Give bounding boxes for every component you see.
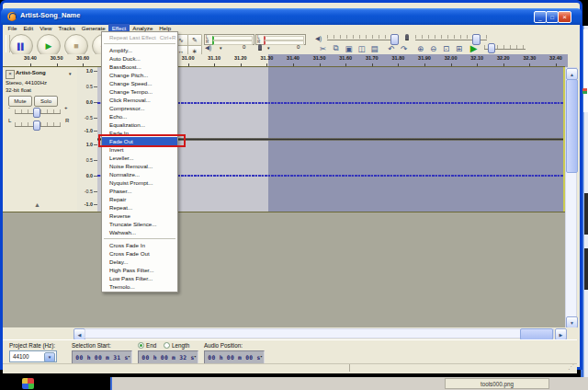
chevron-down-icon[interactable]: ▼: [219, 46, 222, 51]
zoom-in-button[interactable]: ⊕: [414, 42, 426, 54]
taskbar-file-label: tools000.png: [481, 381, 514, 387]
menu-item-wahwah[interactable]: Wahwah...: [102, 228, 177, 236]
menu-item-high-pass-filter[interactable]: High Pass Filter...: [102, 266, 177, 274]
redo-button[interactable]: ↷: [398, 42, 410, 54]
undo-button[interactable]: ↶: [385, 42, 397, 54]
menu-item-echo[interactable]: Echo...: [102, 112, 177, 120]
menu-item-truncate-silence[interactable]: Truncate Silence...: [102, 220, 177, 228]
pan-thumb[interactable]: [33, 120, 40, 131]
ruler-label: 31.40: [280, 55, 306, 61]
menu-item-label: Repair: [109, 195, 126, 203]
menu-item-compressor[interactable]: Compressor...: [102, 104, 177, 112]
menu-item-click-removal[interactable]: Click Removal...: [102, 96, 177, 104]
menu-item-change-speed[interactable]: Change Speed...: [102, 79, 177, 87]
output-volume-slider[interactable]: [327, 35, 397, 39]
menu-item-repair[interactable]: Repair: [102, 195, 177, 203]
track-menu-icon[interactable]: ▼: [68, 72, 72, 76]
paste-icon: ▣: [345, 44, 352, 53]
v-scroll-thumb[interactable]: [566, 79, 578, 173]
menu-item-noise-removal[interactable]: Noise Removal...: [102, 162, 177, 170]
minimize-button[interactable]: _: [534, 11, 547, 23]
mute-button[interactable]: Mute: [8, 96, 32, 107]
end-radio[interactable]: [138, 342, 144, 349]
taskbar-file-item[interactable]: tools000.png: [445, 378, 549, 389]
selection-start-field[interactable]: 00 h 00 m 31 s ▾: [72, 350, 132, 364]
scale-label: 0.0: [78, 99, 93, 105]
menu-file[interactable]: File: [5, 24, 20, 33]
end-radio-label[interactable]: End: [146, 342, 156, 349]
chevron-down-icon[interactable]: ▼: [266, 46, 270, 51]
audio-position-value: 00 h 00 m 00 s: [208, 354, 260, 361]
down-arrow-icon: ▼: [570, 320, 574, 326]
menu-view[interactable]: View: [37, 24, 55, 33]
status-bar: [3, 363, 577, 373]
menu-item-label: Repeat...: [109, 203, 132, 212]
maximize-icon: □: [550, 15, 554, 20]
menu-item-nyquist-prompt[interactable]: Nyquist Prompt...: [102, 178, 177, 187]
timeline-ruler[interactable]: 30.4030.5030.6030.7030.8030.9031.0031.10…: [3, 54, 577, 67]
scale-label: -1.0: [78, 128, 93, 133]
close-button[interactable]: ×: [558, 11, 571, 23]
menu-item-cross-fade-in[interactable]: Cross Fade In: [102, 241, 177, 249]
menu-item-repeat[interactable]: Repeat...: [102, 203, 177, 212]
cut-icon: ✂: [320, 44, 326, 53]
solo-button[interactable]: Solo: [34, 96, 58, 107]
menu-item-low-pass-filter[interactable]: Low Pass Filter...: [102, 274, 177, 282]
menu-item-auto-duck[interactable]: Auto Duck...: [102, 54, 177, 63]
resize-grip[interactable]: ⋰: [568, 363, 574, 371]
menu-item-equalization[interactable]: Equalization...: [102, 120, 177, 129]
field-arrow-icon[interactable]: ▾: [128, 354, 130, 359]
field-arrow-icon[interactable]: ▾: [260, 354, 263, 359]
speaker-icon[interactable]: ◀): [205, 44, 211, 51]
copy-button[interactable]: ⧉: [330, 42, 342, 54]
track-close-button[interactable]: ×: [6, 70, 15, 79]
menu-item-change-pitch[interactable]: Change Pitch...: [102, 71, 177, 79]
menu-item-amplify[interactable]: Amplify...: [102, 46, 177, 54]
project-rate-label: Project Rate (Hz):: [9, 342, 55, 349]
menu-item-change-tempo[interactable]: Change Tempo...: [102, 87, 177, 96]
minimize-icon: _: [538, 16, 541, 21]
silence-button[interactable]: ▤: [368, 42, 380, 54]
length-radio[interactable]: [164, 342, 170, 349]
zoom-fit-button[interactable]: ⊞: [453, 42, 465, 54]
collapse-icon[interactable]: ▲: [34, 201, 40, 208]
menu-item-tremolo[interactable]: Tremolo...: [102, 282, 177, 291]
cut-button[interactable]: ✂: [317, 42, 329, 54]
desktop: H A Artist-Song_Name _ □ × FileEditViewT…: [0, 0, 588, 390]
menu-item-phaser[interactable]: Phaser...: [102, 187, 177, 195]
menu-item-normalize[interactable]: Normalize...: [102, 170, 177, 178]
menu-item-reverse[interactable]: Reverse: [102, 212, 177, 220]
menu-tracks[interactable]: Tracks: [55, 24, 78, 33]
right-arrow-icon: ▶: [560, 332, 563, 338]
playback-meter[interactable]: L R: [204, 34, 254, 45]
desktop-icon[interactable]: [22, 378, 34, 389]
menu-item-cross-fade-out[interactable]: Cross Fade Out: [102, 249, 177, 258]
maximize-button[interactable]: □: [546, 11, 559, 23]
gain-thumb[interactable]: [33, 108, 40, 118]
title-bar[interactable]: [1, 8, 582, 25]
menu-item-delay[interactable]: Delay...: [102, 258, 177, 266]
track-name[interactable]: Artist-Song: [16, 70, 46, 75]
end-field[interactable]: 00 h 00 m 32 s ▾: [138, 350, 198, 364]
combo-arrow-icon[interactable]: ▼: [44, 352, 55, 362]
zoom-out-button[interactable]: ⊖: [427, 42, 439, 54]
menu-item-bassboost[interactable]: BassBoost...: [102, 63, 177, 71]
field-arrow-icon[interactable]: ▾: [194, 354, 197, 359]
menu-item-label: Phaser...: [109, 187, 131, 195]
length-radio-label[interactable]: Length: [172, 342, 189, 349]
zoom-selection-button[interactable]: ⊡: [440, 42, 452, 54]
menu-edit[interactable]: Edit: [20, 24, 37, 33]
paste-button[interactable]: ▣: [343, 42, 355, 54]
effect-menu: Repeat Last EffectCtrl+RAmplify...Auto D…: [101, 31, 178, 292]
audio-position-field[interactable]: 00 h 00 m 00 s ▾: [204, 350, 265, 364]
menu-item-leveller[interactable]: Leveller...: [102, 154, 177, 162]
gain-max-label: +: [64, 105, 68, 110]
transcription-thumb[interactable]: [488, 43, 495, 53]
vertical-scale[interactable]: 1.00.50.0-0.5-1.01.00.50.0-0.5-1.0: [77, 67, 98, 212]
mic-icon[interactable]: [258, 44, 262, 51]
menu-item-shortcut: Ctrl+R: [160, 33, 176, 41]
project-rate-select[interactable]: 44100 ▼: [9, 350, 57, 362]
h-scrollbar[interactable]: [85, 328, 554, 338]
transcription-play-button[interactable]: ▶: [468, 42, 480, 54]
trim-button[interactable]: ◫: [356, 42, 368, 54]
